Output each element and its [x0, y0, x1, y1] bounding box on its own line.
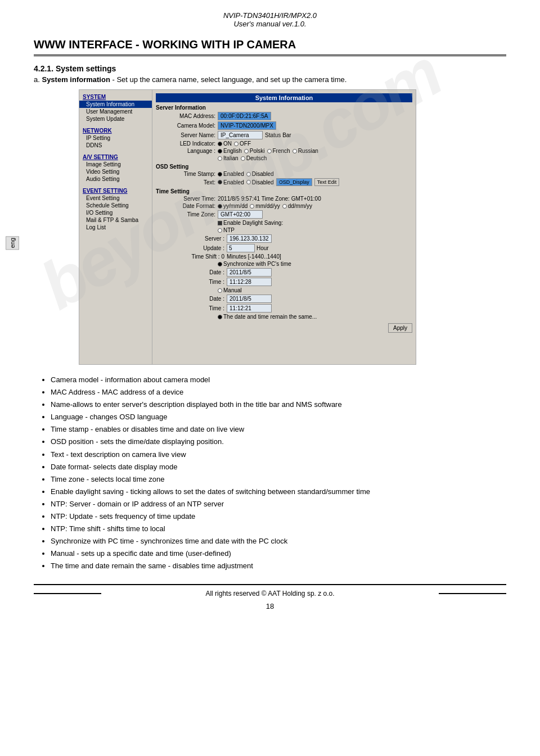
txt-enabled[interactable]: Enabled	[218, 179, 244, 185]
txt-disabled[interactable]: Disabled	[246, 179, 274, 185]
section-title: System settings	[56, 64, 116, 73]
lang-russian[interactable]: Russian	[292, 148, 318, 154]
list-item: Time zone - selects local time zone	[51, 473, 506, 486]
daylight-label: Enable Daylight Saving:	[223, 220, 283, 226]
apply-button[interactable]: Apply	[388, 323, 412, 333]
sidebar-item-io[interactable]: I/O Setting	[79, 209, 152, 216]
server-info-label: Server Information	[156, 105, 412, 111]
ntp-server-label: Server :	[165, 236, 227, 242]
lang-english[interactable]: English	[218, 148, 242, 154]
daylight-checkbox[interactable]	[218, 221, 222, 225]
footer-line-right	[439, 593, 506, 594]
ntp-update-row: Update : 5 Hour	[165, 244, 412, 252]
led-on-label: ON	[223, 141, 232, 147]
sidebar-system-title: SYSTEM	[79, 92, 152, 101]
ntp-label: NTP	[223, 227, 235, 233]
sidebar-item-mail[interactable]: Mail & FTP & Samba	[79, 216, 152, 224]
ntp-server-row: Server : 196.123.30.132	[165, 234, 412, 243]
ntp-row: NTP	[156, 227, 412, 233]
osd-label: OSD Setting	[156, 164, 412, 170]
manual-date-value[interactable]: 2011/8/5	[227, 295, 272, 303]
manual-date-label: Date :	[165, 296, 227, 302]
ntp-update-value[interactable]: 5	[227, 244, 255, 252]
sync-date-value[interactable]: 2011/8/5	[227, 268, 272, 277]
list-item: Text - text description on camera live v…	[51, 449, 506, 461]
time-setting-label: Time Setting	[156, 188, 412, 194]
ntp-shift-unit: Minutes [-1440..1440]	[227, 253, 281, 260]
lang-french[interactable]: French	[267, 148, 290, 154]
df-yy[interactable]: yy/mm/dd	[218, 203, 248, 209]
list-item: MAC Address - MAC address of a device	[51, 386, 506, 399]
led-on-option[interactable]: ON	[218, 141, 232, 147]
page-number: 18	[34, 602, 506, 610]
sub-title: System information	[42, 75, 110, 84]
lang-italian[interactable]: Italian	[218, 155, 238, 161]
timezone-value[interactable]: GMT+02:00	[218, 210, 263, 219]
footer: All rights reserved © AAT Holding sp. z …	[34, 584, 506, 597]
sidebar-item-system-info[interactable]: System Information	[79, 101, 152, 108]
sidebar-item-video[interactable]: Video Setting	[79, 168, 152, 175]
language-row2: Italian Deutsch	[156, 155, 412, 161]
bullet-list: Camera model - information about camera …	[45, 374, 506, 573]
sidebar-network-title: NETWORK	[79, 126, 152, 134]
ts-enabled[interactable]: Enabled	[218, 171, 244, 177]
ui-main-panel: System Information Server Information MA…	[152, 90, 416, 324]
remain-radio[interactable]: The date and time remain the same...	[218, 314, 317, 320]
server-time-label: Server Time:	[156, 196, 218, 202]
sidebar-item-ip-setting[interactable]: IP Setting	[79, 134, 152, 142]
sidebar-item-audio[interactable]: Audio Setting	[79, 175, 152, 183]
text-edit-button[interactable]: Text Edit	[314, 178, 340, 186]
sync-pc-radio[interactable]: Synchronize with PC's time	[218, 261, 291, 267]
lang-deutsch[interactable]: Deutsch	[241, 155, 267, 161]
sidebar-item-image[interactable]: Image Setting	[79, 161, 152, 168]
language-label: Language :	[156, 148, 218, 154]
list-item: Time stamp - enables or disables time an…	[51, 423, 506, 436]
sync-time-value[interactable]: 11:12:28	[227, 278, 272, 286]
led-radio-group: ON OFF	[218, 141, 251, 147]
led-on-radio[interactable]	[218, 142, 222, 146]
timestamp-label: Time Stamp:	[156, 171, 218, 177]
text-label: Text:	[156, 179, 218, 185]
server-name-value[interactable]: IP_Camera	[218, 131, 263, 139]
df-mm[interactable]: mm/dd/yy	[250, 203, 280, 209]
daylight-row: Enable Daylight Saving:	[156, 220, 412, 226]
language-row: Language : English Polski French Russian	[156, 148, 412, 154]
ntp-server-value[interactable]: 196.123.30.132	[227, 234, 272, 243]
sidebar-item-ddns[interactable]: DDNS	[79, 142, 152, 149]
footer-line-left	[34, 593, 101, 594]
manual-time-value[interactable]: 11:12:21	[227, 304, 272, 313]
list-item: The time and date remain the same - disa…	[51, 560, 506, 572]
timezone-row: Time Zone: GMT+02:00	[156, 210, 412, 219]
server-time-value: 2011/8/5 9:57:41 Time Zone: GMT+01:00	[218, 196, 321, 202]
manual-radio[interactable]: Manual	[218, 287, 242, 293]
sidebar-event-title: EVENT SETTING	[79, 186, 152, 194]
sidebar-item-event[interactable]: Event Setting	[79, 194, 152, 202]
sidebar-item-user-mgmt[interactable]: User Management	[79, 108, 152, 115]
mac-value: 00:0F:0D:21:6F:5A	[218, 112, 271, 120]
sub-desc: - Set up the camera name, select languag…	[112, 75, 346, 84]
ntp-update-unit: Hour	[256, 245, 269, 251]
remain-row: The date and time remain the same...	[156, 314, 412, 320]
timestamp-row: Time Stamp: Enabled Disabled	[156, 171, 412, 177]
server-name-label: Server Name:	[156, 132, 218, 138]
server-time-row: Server Time: 2011/8/5 9:57:41 Time Zone:…	[156, 196, 412, 202]
header-line2: User's manual ver.1.0.	[34, 20, 506, 28]
manual-date-row: Date : 2011/8/5	[165, 295, 412, 303]
camera-model-label: Camera Model:	[156, 123, 218, 129]
ntp-radio[interactable]: NTP	[218, 227, 235, 233]
manual-row: Manual	[156, 287, 412, 293]
ui-screenshot: SYSTEM System Information User Managemen…	[79, 89, 416, 365]
sidebar-item-log[interactable]: Log List	[79, 224, 152, 231]
osd-display-button[interactable]: OSD_Display	[276, 178, 312, 186]
sidebar-item-system-update[interactable]: System Update	[79, 115, 152, 123]
led-off-radio[interactable]	[234, 142, 238, 146]
sidebar-item-schedule[interactable]: Schedule Setting	[79, 202, 152, 209]
led-off-option[interactable]: OFF	[234, 141, 251, 147]
footer-text: All rights reserved © AAT Holding sp. z …	[205, 590, 334, 597]
lang-polski[interactable]: Polski	[244, 148, 265, 154]
list-item: Date format- selects date display mode	[51, 461, 506, 473]
status-bar-label: Status Bar	[265, 132, 291, 138]
ts-disabled[interactable]: Disabled	[246, 171, 274, 177]
sync-date-label: Date :	[165, 269, 227, 275]
df-dd[interactable]: dd/mm/yy	[282, 203, 312, 209]
